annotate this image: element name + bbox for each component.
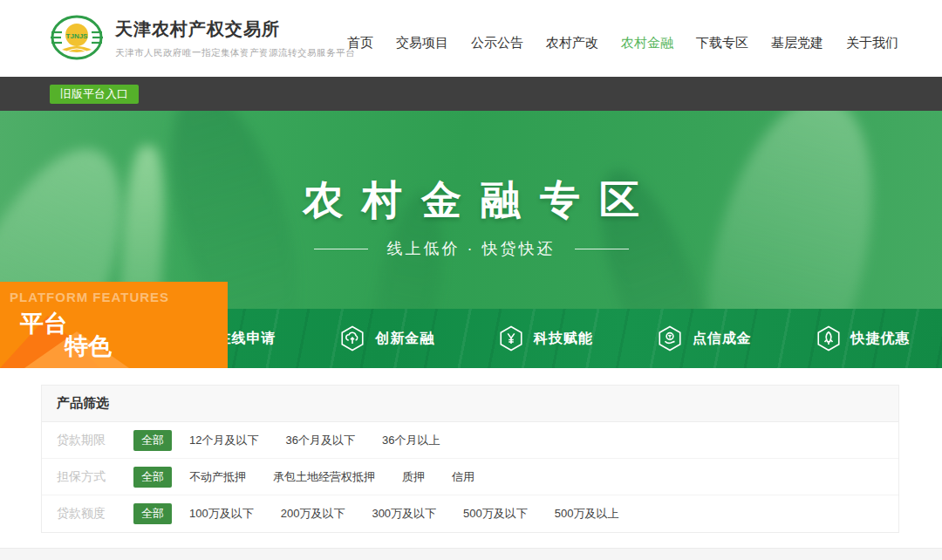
platform-features-cn-line2: 特色	[65, 331, 112, 362]
brand-subtitle: 天津市人民政府唯一指定集体资产资源流转交易服务平台	[115, 47, 355, 59]
nav-item-downloads[interactable]: 下载专区	[696, 35, 748, 51]
page: TJNJS 天津农村产权交易所 天津市人民政府唯一指定集体资产资源流转交易服务平…	[0, 0, 942, 560]
filter-option[interactable]: 100万及以下	[189, 506, 254, 522]
feature-label: 点信成金	[693, 330, 752, 348]
brand-title: 天津农村产权交易所	[115, 17, 355, 41]
site-header: TJNJS 天津农村产权交易所 天津市人民政府唯一指定集体资产资源流转交易服务平…	[0, 0, 942, 77]
platform-features-en-label: PLATFORM FEATURES	[10, 290, 169, 304]
site-logo-icon: TJNJS	[50, 15, 104, 62]
footer-strip	[0, 548, 942, 560]
filter-option[interactable]: 信用	[452, 469, 474, 485]
filter-row-label: 贷款额度	[57, 506, 119, 522]
brand[interactable]: TJNJS 天津农村产权交易所 天津市人民政府唯一指定集体资产资源流转交易服务平…	[50, 15, 355, 62]
hero-banner: 农村金融专区 线上低价 · 快贷快还	[0, 111, 942, 309]
feature-item-quick-discount[interactable]: 快捷优惠	[783, 309, 942, 368]
nav-item-party-building[interactable]: 基层党建	[771, 35, 823, 51]
filter-option[interactable]: 500万及以下	[463, 506, 528, 522]
nav-item-about[interactable]: 关于我们	[846, 35, 898, 51]
yen-icon	[498, 325, 524, 352]
feature-label: 创新金融	[375, 330, 434, 348]
nav-item-announcements[interactable]: 公示公告	[471, 35, 523, 51]
filter-panel-title: 产品筛选	[42, 386, 898, 422]
filter-row-loan-amount: 贷款额度 全部 100万及以下 200万及以下 300万及以下 500万及以下 …	[42, 495, 898, 532]
filter-option-all-selected[interactable]: 全部	[133, 430, 172, 451]
feature-label: 科技赋能	[534, 330, 593, 348]
nav-item-home[interactable]: 首页	[347, 35, 373, 51]
feature-bar: 在线申请 创新金融 科技赋能	[149, 309, 942, 368]
hero-title: 农村金融专区	[0, 174, 942, 228]
rocket-icon	[816, 325, 842, 352]
product-filter-panel: 产品筛选 贷款期限 全部 12个月及以下 36个月及以下 36个月以上 担保方式…	[41, 385, 899, 533]
coin-hand-icon	[657, 325, 683, 352]
feature-item-credit-to-gold[interactable]: 点信成金	[625, 309, 783, 368]
filter-row-label: 贷款期限	[57, 433, 119, 448]
filter-option[interactable]: 承包土地经营权抵押	[273, 469, 375, 485]
nav-item-rural-finance[interactable]: 农村金融	[621, 35, 673, 51]
subtitle-dash-left	[314, 249, 368, 249]
filter-option[interactable]: 36个月及以下	[285, 433, 354, 448]
filter-option[interactable]: 12个月及以下	[189, 433, 258, 448]
hero-subtitle-text: 线上低价 · 快贷快还	[387, 238, 556, 259]
filter-option[interactable]: 500万及以上	[555, 506, 619, 522]
feature-label: 快捷优惠	[851, 330, 911, 348]
platform-features-cn-line1: 平台	[20, 308, 67, 339]
filter-row-label: 担保方式	[57, 469, 119, 485]
filter-option-all-selected[interactable]: 全部	[133, 503, 172, 524]
filter-option-all-selected[interactable]: 全部	[133, 467, 172, 488]
filter-option[interactable]: 36个月以上	[382, 433, 440, 448]
platform-features-block: PLATFORM FEATURES 平台 特色	[0, 282, 228, 368]
feature-item-tech-empowerment[interactable]: 科技赋能	[467, 309, 625, 368]
filter-option[interactable]: 200万及以下	[281, 506, 345, 522]
feature-item-innovative-finance[interactable]: 创新金融	[308, 309, 467, 368]
subtitle-dash-right	[575, 249, 629, 249]
filter-option[interactable]: 质押	[402, 469, 425, 485]
cloud-upload-icon	[339, 325, 365, 352]
nav-item-projects[interactable]: 交易项目	[396, 35, 448, 51]
old-platform-entry-button[interactable]: 旧版平台入口	[50, 85, 139, 104]
main-nav: 首页 交易项目 公示公告 农村产改 农村金融 下载专区 基层党建 关于我们	[347, 35, 898, 51]
hero-subtitle: 线上低价 · 快贷快还	[0, 238, 942, 259]
filter-row-loan-term: 贷款期限 全部 12个月及以下 36个月及以下 36个月以上	[42, 422, 898, 459]
nav-item-rural-reform[interactable]: 农村产改	[546, 35, 598, 51]
filter-option[interactable]: 不动产抵押	[189, 469, 246, 485]
filter-option[interactable]: 300万及以下	[372, 506, 436, 522]
filter-row-guarantee-method: 担保方式 全部 不动产抵押 承包土地经营权抵押 质押 信用	[42, 459, 898, 495]
sub-header-bar: 旧版平台入口	[0, 77, 942, 111]
svg-text:TJNJS: TJNJS	[66, 32, 89, 40]
